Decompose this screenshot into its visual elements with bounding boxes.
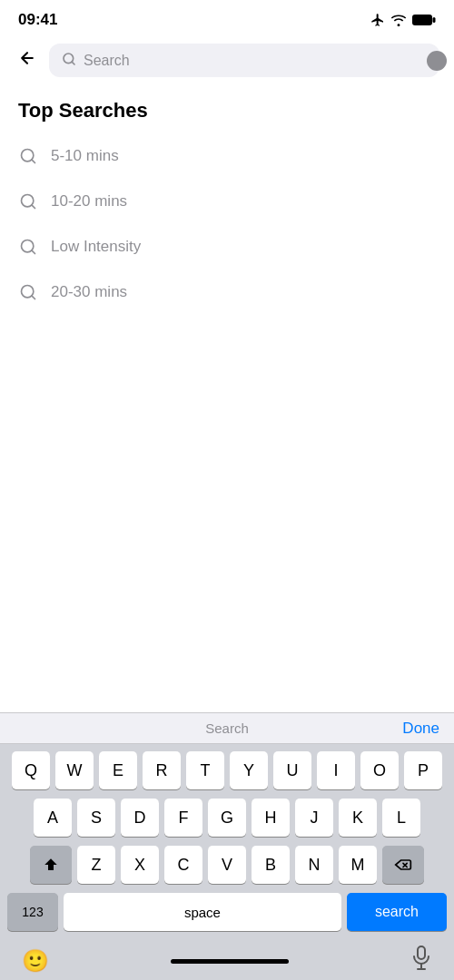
key-u[interactable]: U [273,751,311,789]
key-v[interactable]: V [208,846,246,884]
back-button[interactable] [15,45,40,75]
search-item-icon [18,191,38,211]
status-bar: 09:41 [0,0,454,36]
top-searches-title: Top Searches [18,99,436,122]
key-t[interactable]: T [186,751,224,789]
numbers-key[interactable]: 123 [7,893,58,931]
key-i[interactable]: I [317,751,355,789]
svg-rect-1 [433,17,436,23]
key-y[interactable]: Y [230,751,268,789]
search-item-label: 20-30 mins [51,283,127,301]
search-input-wrapper[interactable]: Search [49,44,439,77]
key-q[interactable]: Q [12,751,50,789]
search-item-label: 5-10 mins [51,147,119,165]
svg-line-9 [32,250,35,254]
key-o[interactable]: O [360,751,399,789]
list-item[interactable]: 5-10 mins [18,133,436,179]
space-key[interactable]: space [64,893,341,931]
keyboard-container: Search Done Q W E R T Y U I O P A S D F … [0,712,454,980]
key-m[interactable]: M [339,846,377,884]
key-z[interactable]: Z [77,846,115,884]
key-f[interactable]: F [164,799,202,837]
search-item-label: 10-20 mins [51,192,127,211]
key-x[interactable]: X [121,846,159,884]
search-item-icon [18,237,38,257]
key-b[interactable]: B [252,846,290,884]
airplane-icon [370,13,385,27]
delete-key[interactable] [382,846,424,884]
keyboard-row-3: Z X C V B N M [4,846,450,884]
svg-rect-0 [412,15,432,25]
key-p[interactable]: P [404,751,442,789]
key-j[interactable]: J [295,799,333,837]
svg-line-3 [72,62,74,64]
search-input-placeholder: Search [84,53,427,69]
list-item[interactable]: Low Intensity [18,224,436,270]
top-searches-section: Top Searches 5-10 mins 10-20 mins Low In… [0,88,454,315]
home-indicator-bar [171,959,289,964]
list-item[interactable]: 10-20 mins [18,179,436,224]
svg-rect-14 [418,946,425,959]
status-time: 09:41 [18,11,57,29]
search-submit-key[interactable]: search [347,893,447,931]
keyboard-row-4: 123 space search [4,893,450,935]
cursor-indicator [427,51,447,71]
key-k[interactable]: K [339,799,377,837]
battery-icon [412,14,436,26]
keyboard-row-1: Q W E R T Y U I O P [4,751,450,789]
key-a[interactable]: A [34,799,72,837]
search-area: Search [0,36,454,88]
emoji-key[interactable]: 🙂 [22,948,49,974]
key-e[interactable]: E [99,751,137,789]
keyboard-row-2: A S D F G H J K L [4,799,450,837]
key-h[interactable]: H [252,799,290,837]
status-icons [370,13,436,27]
key-w[interactable]: W [55,751,94,789]
keyboard-toolbar: Search Done [0,712,454,744]
toolbar-search-label: Search [205,720,249,736]
search-icon [62,52,76,69]
list-item[interactable]: 20-30 mins [18,270,436,315]
search-item-label: Low Intensity [51,238,141,256]
microphone-key[interactable] [410,946,432,976]
key-s[interactable]: S [77,799,115,837]
key-c[interactable]: C [164,846,202,884]
keyboard-rows: Q W E R T Y U I O P A S D F G H J K L [0,744,454,938]
search-item-icon [18,282,38,302]
svg-line-11 [32,296,35,299]
key-l[interactable]: L [382,799,420,837]
key-g[interactable]: G [208,799,246,837]
svg-line-5 [32,160,35,163]
key-n[interactable]: N [295,846,333,884]
search-item-icon [18,146,38,166]
key-d[interactable]: D [121,799,159,837]
shift-key[interactable] [30,846,72,884]
key-r[interactable]: R [143,751,181,789]
svg-line-7 [32,205,35,209]
done-button[interactable]: Done [402,720,439,738]
wifi-icon [390,14,407,26]
